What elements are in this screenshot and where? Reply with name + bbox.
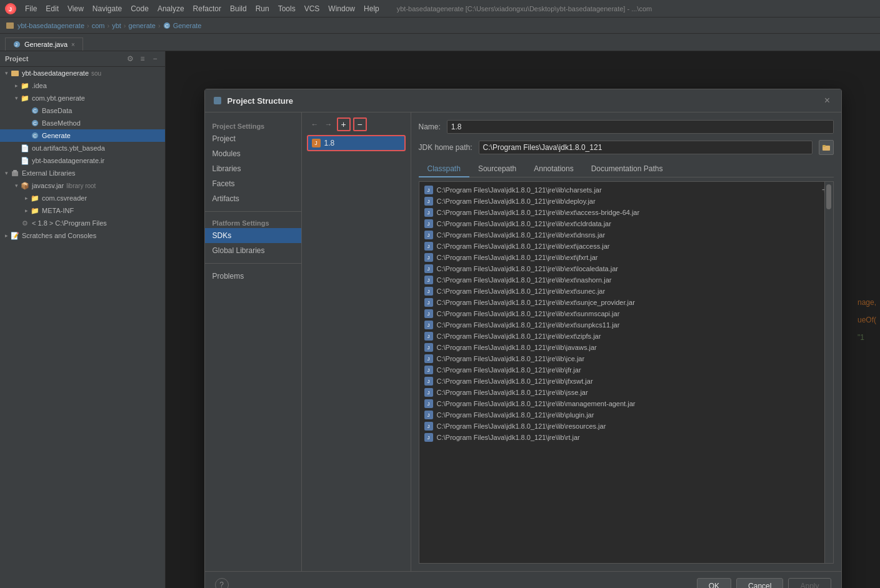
tab-close-btn[interactable]: × [71,41,75,48]
file-list-item[interactable]: J C:\Program Files\Java\jdk1.8.0_121\jre… [419,398,833,409]
tab-documentation-paths[interactable]: Documentation Paths [582,161,672,177]
ok-button[interactable]: OK [697,578,731,588]
tree-item-metainf[interactable]: ▸ 📁 META-INF [0,204,165,217]
sidebar-layout-btn[interactable]: ≡ [138,54,148,64]
sidebar-minimize-btn[interactable]: − [150,54,160,64]
breadcrumb-generate-pkg[interactable]: generate [129,22,156,29]
tree-item-idea[interactable]: ▸ 📁 .idea [0,79,165,92]
breadcrumb-generate-class[interactable]: C Generate [163,22,202,29]
jar-file-icon: J [424,366,433,374]
breadcrumb-com[interactable]: com [92,22,105,29]
file-list-item[interactable]: J C:\Program Files\Java\jdk1.8.0_121\jre… [419,308,833,319]
file-list-item[interactable]: J C:\Program Files\Java\jdk1.8.0_121\jre… [419,196,833,207]
menu-refactor[interactable]: Refactor [189,3,225,14]
file-path-label: C:\Program Files\Java\jdk1.8.0_121\jre\l… [437,422,606,430]
file-list-item[interactable]: J C:\Program Files\Java\jdk1.8.0_121\jre… [419,184,833,196]
menu-help[interactable]: Help [360,3,383,14]
file-list-item[interactable]: J C:\Program Files\Java\jdk1.8.0_121\jre… [419,353,833,364]
nav-forward-btn[interactable]: → [323,119,334,130]
file-list-item[interactable]: J C:\Program Files\Java\jdk1.8.0_121\jre… [419,297,833,308]
tab-sourcepath[interactable]: Sourcepath [469,161,525,177]
menu-navigate[interactable]: Navigate [89,3,126,14]
file-list-item[interactable]: J C:\Program Files\Java\jdk1.8.0_121\jre… [419,241,833,252]
tree-item-javacsv[interactable]: ▾ 📦 javacsv.jar library root [0,179,165,192]
sdk-remove-btn[interactable]: − [353,117,367,131]
sdk-add-btn[interactable]: + [337,117,351,131]
nav-item-global-libraries[interactable]: Global Libraries [205,243,301,258]
menu-file[interactable]: File [21,3,41,14]
svg-rect-2 [6,22,14,29]
tree-label-basemethod: BaseMethod [42,119,81,127]
file-list-item[interactable]: J C:\Program Files\Java\jdk1.8.0_121\jre… [419,364,833,376]
tree-item-scratches[interactable]: ▸ 📝 Scratches and Consoles [0,229,165,242]
file-list-scrollbar[interactable] [824,182,833,563]
jar-file-icon: J [424,208,433,217]
tree-item-out-artifacts[interactable]: 📄 out.artifacts.ybt_baseda [0,142,165,154]
breadcrumb-ybt[interactable]: ybt [112,22,121,29]
file-list-item[interactable]: J C:\Program Files\Java\jdk1.8.0_121\jre… [419,421,833,432]
menubar: J File Edit View Navigate Code Analyze R… [0,0,880,17]
jdk-label: JDK home path: [419,143,472,152]
nav-item-facets[interactable]: Facets [205,176,301,191]
code-editor[interactable]: Project Structure × Project Settings Pro… [166,51,880,588]
menu-view[interactable]: View [64,3,88,14]
file-path-label: C:\Program Files\Java\jdk1.8.0_121\jre\l… [437,220,611,227]
nav-back-btn[interactable]: ← [309,119,321,130]
file-list-item[interactable]: J C:\Program Files\Java\jdk1.8.0_121\jre… [419,387,833,398]
nav-item-modules[interactable]: Modules [205,146,301,161]
tab-classpath[interactable]: Classpath [419,161,469,177]
file-list-item[interactable]: J C:\Program Files\Java\jdk1.8.0_121\jre… [419,409,833,421]
breadcrumb-root[interactable]: ybt-basedatagenerate [18,22,84,29]
tree-item-root[interactable]: ▾ ybt-basedatagenerate sou [0,67,165,79]
tree-item-iml[interactable]: 📄 ybt-basedatagenerate.ir [0,154,165,167]
nav-item-sdks[interactable]: SDKs [205,228,301,243]
tree-item-sdk18[interactable]: ⚙ < 1.8 > C:\Program Files [0,217,165,229]
menu-vcs[interactable]: VCS [301,3,324,14]
tree-item-generate[interactable]: C Generate [0,129,165,142]
tree-item-external-libs[interactable]: ▾ External Libraries [0,167,165,179]
menu-edit[interactable]: Edit [42,3,62,14]
tree-item-basedata[interactable]: C BaseData [0,104,165,117]
expand-arrow-sdk18 [12,219,20,227]
file-list-item[interactable]: J C:\Program Files\Java\jdk1.8.0_121\jre… [419,218,833,229]
tree-item-com-ybt[interactable]: ▾ 📁 com.ybt.generate [0,92,165,104]
browse-jdk-btn[interactable] [819,140,834,155]
file-list-item[interactable]: J C:\Program Files\Java\jdk1.8.0_121\jre… [419,376,833,387]
tree-label-generate: Generate [42,132,71,139]
dialog-close-button[interactable]: × [821,94,834,107]
menu-analyze[interactable]: Analyze [154,3,188,14]
sdk-item-18[interactable]: J 1.8 [307,135,406,151]
nav-item-project[interactable]: Project [205,131,301,146]
nav-item-libraries[interactable]: Libraries [205,161,301,176]
name-input[interactable] [447,120,834,134]
menu-window[interactable]: Window [324,3,359,14]
tree-item-basemethod[interactable]: C BaseMethod [0,117,165,129]
menu-run[interactable]: Run [252,3,273,14]
help-button[interactable]: ? [215,578,229,588]
tab-annotations[interactable]: Annotations [525,161,582,177]
dialog-title-label: Project Structure [228,96,293,106]
tree-item-csvreader[interactable]: ▸ 📁 com.csvreader [0,192,165,204]
file-list-item[interactable]: J C:\Program Files\Java\jdk1.8.0_121\jre… [419,342,833,353]
cancel-button[interactable]: Cancel [736,578,783,588]
jdk-path-input[interactable] [479,141,812,154]
file-list-item[interactable]: J C:\Program Files\Java\jdk1.8.0_121\jre… [419,432,833,443]
apply-button[interactable]: Apply [788,578,831,588]
file-path-label: C:\Program Files\Java\jdk1.8.0_121\jre\l… [437,186,602,194]
file-list-item[interactable]: J C:\Program Files\Java\jdk1.8.0_121\jre… [419,274,833,286]
file-list-item[interactable]: J C:\Program Files\Java\jdk1.8.0_121\jre… [419,263,833,274]
menu-build[interactable]: Build [226,3,251,14]
file-list-item[interactable]: J C:\Program Files\Java\jdk1.8.0_121\jre… [419,286,833,297]
sidebar-settings-btn[interactable]: ⚙ [125,54,135,64]
tab-generate-java[interactable]: J Generate.java × [5,37,83,51]
file-list-item[interactable]: J C:\Program Files\Java\jdk1.8.0_121\jre… [419,229,833,241]
file-list-item[interactable]: J C:\Program Files\Java\jdk1.8.0_121\jre… [419,319,833,331]
menu-code[interactable]: Code [127,3,152,14]
nav-item-artifacts[interactable]: Artifacts [205,191,301,206]
file-list-item[interactable]: J C:\Program Files\Java\jdk1.8.0_121\jre… [419,252,833,263]
menu-tools[interactable]: Tools [274,3,299,14]
nav-item-problems[interactable]: Problems [205,269,301,284]
file-path-label: C:\Program Files\Java\jdk1.8.0_121\jre\l… [437,411,594,419]
file-list-item[interactable]: J C:\Program Files\Java\jdk1.8.0_121\jre… [419,207,833,218]
file-list-item[interactable]: J C:\Program Files\Java\jdk1.8.0_121\jre… [419,331,833,342]
